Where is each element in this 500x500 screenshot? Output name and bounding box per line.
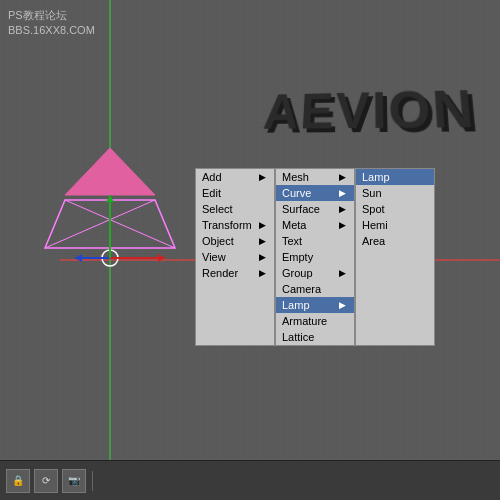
add-lamp[interactable]: Lamp ▶ [276, 297, 354, 313]
submenu-arrow: ▶ [339, 204, 346, 214]
add-meta[interactable]: Meta ▶ [276, 217, 354, 233]
watermark-line1: PS教程论坛 [8, 8, 95, 23]
add-camera[interactable]: Camera [276, 281, 354, 297]
submenu-arrow: ▶ [259, 220, 266, 230]
rotate-button[interactable]: ⟳ [34, 469, 58, 493]
lamp-lamp[interactable]: Lamp [356, 169, 434, 185]
submenu-arrow: ▶ [339, 300, 346, 310]
lamp-submenu-column: Lamp Sun Spot Hemi Area [355, 168, 435, 346]
menu-item-edit[interactable]: Edit [196, 185, 274, 201]
add-empty[interactable]: Empty [276, 249, 354, 265]
add-curve[interactable]: Curve ▶ [276, 185, 354, 201]
submenu-arrow: ▶ [259, 236, 266, 246]
viewport: PS教程论坛 BBS.16XX8.COM [0, 0, 500, 460]
watermark-line2: BBS.16XX8.COM [8, 23, 95, 38]
watermark: PS教程论坛 BBS.16XX8.COM [8, 8, 95, 39]
camera-button[interactable]: 📷 [62, 469, 86, 493]
add-mesh[interactable]: Mesh ▶ [276, 169, 354, 185]
context-menu: Add ▶ Edit Select Transform ▶ Object ▶ V… [195, 168, 435, 346]
submenu-arrow: ▶ [339, 220, 346, 230]
lamp-sun[interactable]: Sun [356, 185, 434, 201]
lamp-spot[interactable]: Spot [356, 201, 434, 217]
add-lattice[interactable]: Lattice [276, 329, 354, 345]
svg-marker-9 [158, 254, 165, 262]
submenu-arrow: ▶ [339, 172, 346, 182]
svg-marker-13 [106, 195, 114, 202]
add-submenu-column: Mesh ▶ Curve ▶ Surface ▶ Meta ▶ Text Emp… [275, 168, 355, 346]
lamp-area[interactable]: Area [356, 233, 434, 249]
menu-item-object[interactable]: Object ▶ [196, 233, 274, 249]
menu-item-view[interactable]: View ▶ [196, 249, 274, 265]
scene-title: AEVION [261, 78, 478, 140]
menu-item-render[interactable]: Render ▶ [196, 265, 274, 281]
toolbar: 🔒 ⟳ 📷 [0, 460, 500, 500]
submenu-arrow: ▶ [259, 172, 266, 182]
add-armature[interactable]: Armature [276, 313, 354, 329]
submenu-arrow: ▶ [339, 188, 346, 198]
menu-item-transform[interactable]: Transform ▶ [196, 217, 274, 233]
lock-button[interactable]: 🔒 [6, 469, 30, 493]
svg-marker-3 [65, 148, 155, 195]
menu-item-add[interactable]: Add ▶ [196, 169, 274, 185]
submenu-arrow: ▶ [339, 268, 346, 278]
menu-item-select[interactable]: Select [196, 201, 274, 217]
main-menu-column: Add ▶ Edit Select Transform ▶ Object ▶ V… [195, 168, 275, 346]
lamp-hemi[interactable]: Hemi [356, 217, 434, 233]
add-group[interactable]: Group ▶ [276, 265, 354, 281]
submenu-arrow: ▶ [259, 268, 266, 278]
submenu-arrow: ▶ [259, 252, 266, 262]
add-surface[interactable]: Surface ▶ [276, 201, 354, 217]
add-text[interactable]: Text [276, 233, 354, 249]
toolbar-separator [92, 471, 93, 491]
svg-marker-11 [75, 254, 82, 262]
